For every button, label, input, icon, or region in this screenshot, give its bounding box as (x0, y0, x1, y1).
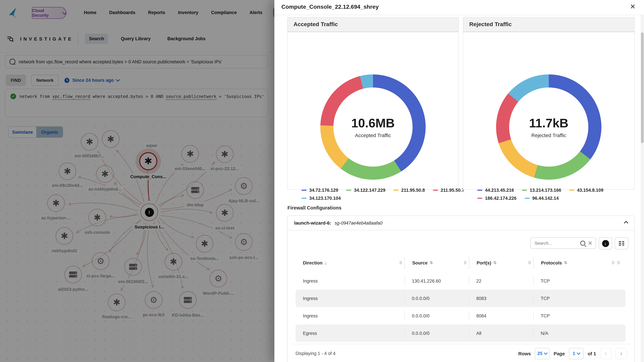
legend-marker (477, 190, 482, 191)
column-header-ports[interactable]: Port(s)⇅⠿ (469, 257, 533, 269)
traffic-card-rejected: Rejected Traffic11.7kBRejected Traffic44… (463, 17, 634, 190)
cell-protocols: N/A (533, 325, 617, 342)
column-label: Direction (303, 260, 322, 265)
column-label: Port(s) (477, 260, 491, 265)
rows-label: Rows (518, 351, 531, 356)
legend-label: 186.42.174.226 (485, 196, 516, 201)
security-group-name: launch-wizard-6: (294, 220, 331, 226)
cell-ports: 8083 (469, 290, 533, 307)
security-group-id: sg-0947ae4eb4a8aafa0 (334, 220, 382, 225)
table-row[interactable]: Egress0.0.0.0/0AllN/A (296, 325, 626, 342)
traffic-card-accepted: Accepted Traffic10.6MBAccepted Traffic34… (287, 17, 459, 190)
legend-label: 13.214.173.166 (530, 188, 561, 193)
cell-direction: Ingress (296, 290, 404, 307)
legend-marker (302, 198, 306, 199)
firewall-heading: Firewall Configurations (288, 205, 342, 211)
page-label: Page (554, 351, 565, 356)
rows-per-page-value: 25 (537, 351, 542, 356)
cell-ports: 22 (469, 272, 533, 290)
drag-handle-icon[interactable]: ⠿ (612, 260, 615, 265)
app-root: Cloud Security HomeDashboardsReportsInve… (0, 0, 644, 362)
table-row[interactable]: Ingress0.0.0.0/08083TCP (296, 290, 626, 307)
legend-label: 34.72.176.129 (309, 188, 338, 193)
legend-marker (346, 190, 351, 191)
detail-panel: Compute_Console_22.12.694_shrey × Accept… (274, 0, 644, 362)
table-row[interactable]: Ingress130.41.226.6022TCP (296, 272, 626, 290)
clear-search-icon[interactable]: ✕ (588, 240, 592, 246)
cell-source: 0.0.0.0/0 (404, 325, 469, 342)
table-body: Ingress130.41.226.6022TCPIngress0.0.0.0/… (296, 272, 626, 342)
legend-item[interactable]: 44.213.45.216 (477, 188, 514, 193)
legend-marker (522, 190, 527, 191)
page-value: 1 (573, 351, 575, 356)
column-settings-button[interactable] (615, 237, 628, 249)
column-header-direction[interactable]: Direction↓⠿ (296, 257, 404, 269)
legend-marker (433, 190, 438, 191)
legend-label: 43.154.8.109 (577, 188, 604, 193)
donut-chart[interactable]: 11.7kBRejected Traffic (496, 74, 602, 180)
drag-handle-icon[interactable]: ⠿ (528, 260, 531, 265)
cell-ports: All (469, 325, 533, 342)
table-row[interactable]: Ingress0.0.0.0/08084TCP (296, 307, 626, 325)
legend-item[interactable]: 211.95.50.7 (433, 188, 464, 193)
chevron-down-icon (576, 351, 580, 355)
sort-icon[interactable]: ⇅ (430, 260, 433, 265)
legend-label: 96.44.142.14 (532, 196, 559, 201)
legend-item[interactable]: 13.214.173.166 (522, 188, 561, 193)
drag-handle-icon[interactable]: ⠿ (617, 260, 620, 265)
panel-scrollbar[interactable] (641, 15, 644, 362)
column-label: Protocols (541, 260, 562, 265)
cell-end (617, 272, 626, 290)
legend-item[interactable]: 186.42.174.226 (477, 196, 516, 201)
next-page-button[interactable]: › (616, 348, 627, 359)
displaying-count: Displaying 1 - 4 of 4 (296, 351, 336, 356)
page-select[interactable]: 1 (569, 348, 584, 359)
legend-item[interactable]: 96.44.142.14 (524, 196, 559, 201)
modal-scrim (0, 0, 274, 362)
prev-page-button[interactable]: ‹ (600, 348, 612, 359)
search-icon[interactable] (580, 241, 585, 246)
scrollbar-thumb[interactable] (641, 32, 644, 143)
legend-row: 44.213.45.21613.214.173.16643.154.8.109 (477, 188, 604, 193)
cell-direction: Ingress (296, 272, 404, 290)
table-header: Direction↓⠿Source⇅⠿Port(s)⇅⠿Protocols⇅⠿⠿ (296, 257, 626, 269)
legend-item[interactable]: 43.154.8.109 (569, 188, 604, 193)
table-search[interactable]: ✕ (530, 237, 596, 249)
drag-handle-icon[interactable]: ⠿ (464, 260, 467, 265)
column-header-source[interactable]: Source⇅⠿ (404, 257, 469, 269)
legend-marker (302, 190, 306, 191)
firewall-accordion: launch-wizard-6: sg-0947ae4eb4a8aafa0 ✕ … (287, 216, 634, 362)
legend-item[interactable]: 34.72.176.129 (302, 188, 338, 193)
download-icon: ↓ (602, 240, 609, 247)
cell-end (617, 290, 626, 307)
chevron-up-icon[interactable] (624, 220, 628, 226)
legend-item[interactable]: 34.123.170.104 (302, 196, 341, 201)
legend-marker (569, 190, 574, 191)
rows-per-page-select[interactable]: 25 (535, 348, 550, 359)
donut-center-label: Accepted Traffic (355, 132, 391, 138)
close-icon[interactable]: × (630, 2, 635, 11)
donut-center: 10.6MBAccepted Traffic (334, 87, 412, 167)
legend-marker (524, 198, 530, 199)
column-header-protocols[interactable]: Protocols⇅⠿ (533, 257, 617, 269)
chart-legend: 44.213.45.21613.214.173.16643.154.8.1091… (477, 188, 604, 201)
legend-item[interactable]: 34.122.147.229 (346, 188, 386, 193)
divider (274, 15, 644, 15)
donut-chart[interactable]: 10.6MBAccepted Traffic (320, 74, 426, 180)
main-app: Cloud Security HomeDashboardsReportsInve… (0, 0, 274, 362)
legend-item[interactable]: 211.95.50.8 (394, 188, 425, 193)
legend-marker (477, 198, 482, 199)
sort-icon[interactable]: ⇅ (564, 260, 567, 265)
column-label: Source (412, 260, 428, 265)
legend-label: 44.213.45.216 (485, 188, 514, 193)
accordion-header[interactable]: launch-wizard-6: sg-0947ae4eb4a8aafa0 (288, 216, 634, 230)
download-button[interactable]: ↓ (599, 237, 612, 249)
sort-icon[interactable]: ⇅ (493, 260, 496, 265)
sort-desc-icon[interactable]: ↓ (324, 260, 327, 266)
cell-protocols: TCP (533, 272, 617, 290)
donut-center-value: 11.7kB (529, 116, 568, 130)
cell-source: 0.0.0.0/0 (404, 307, 469, 325)
drag-handle-icon[interactable]: ⠿ (399, 260, 402, 265)
table-search-input[interactable] (534, 240, 578, 246)
cell-direction: Ingress (296, 307, 404, 325)
